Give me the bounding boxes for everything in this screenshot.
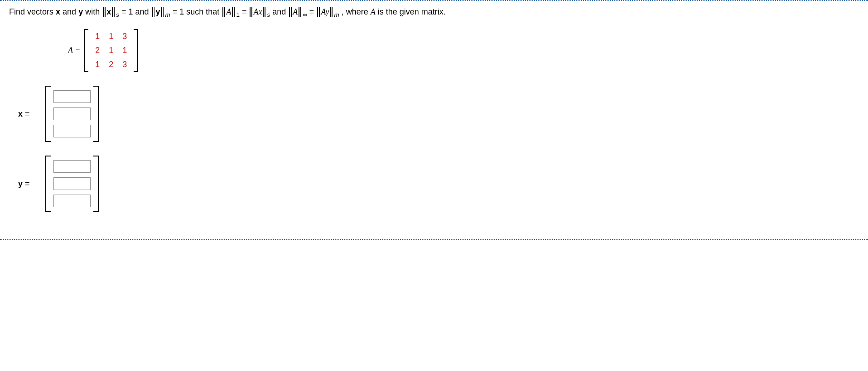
matrix-cells: 1 1 3 2 1 1 1 2 3 [88, 29, 134, 72]
subscript-1: 1 [236, 11, 240, 18]
norm-open [288, 8, 293, 16]
var-A: A [371, 7, 376, 16]
text-segment: with [85, 7, 102, 16]
bracket-left [45, 156, 51, 212]
norm-close [262, 8, 266, 16]
var-A: A [226, 7, 231, 16]
question-text: Find vectors x and y with xs = 1 and ym … [9, 7, 859, 18]
norm-open [151, 8, 156, 16]
vector-y-bold: y [18, 179, 23, 188]
vector-x-label: x = [18, 109, 45, 119]
matrix-cell: 1 [92, 32, 103, 41]
bracket-left [45, 86, 51, 142]
norm-close [231, 8, 236, 16]
vector-x-input-1[interactable] [53, 90, 91, 103]
bracket-right [93, 86, 99, 142]
bracket-right [93, 156, 99, 212]
matrix-cell: 2 [92, 46, 103, 55]
bracket-right [134, 29, 138, 72]
text-segment: is the given matrix. [378, 7, 446, 16]
var-y: y [156, 7, 160, 16]
vector-y-block: y = [18, 156, 859, 212]
matrix-cell: 1 [119, 46, 130, 55]
vector-x-eq: = [23, 109, 30, 118]
vector-y-input-2[interactable] [53, 177, 91, 190]
text-segment: and [63, 7, 78, 16]
text-segment: = 1 such that [173, 7, 222, 16]
text-segment: and [272, 7, 288, 16]
text-segment: = [242, 7, 249, 16]
subscript-m: m [165, 11, 170, 18]
vector-x-bold: x [18, 109, 23, 118]
vector-x-block: x = [18, 86, 859, 142]
text-segment: Find vectors [9, 7, 56, 16]
norm-close [329, 8, 333, 16]
vector-y-input-1[interactable] [53, 160, 91, 173]
matrix-cell: 1 [92, 60, 103, 69]
matrix-cell: 1 [106, 32, 116, 41]
var-A: A [293, 7, 298, 16]
matrix-cell: 2 [106, 60, 116, 69]
subscript-s: s [116, 11, 119, 18]
vector-x-input-3[interactable] [53, 125, 91, 137]
subscript-s: s [266, 11, 270, 18]
bracket-left [84, 29, 88, 72]
var-x: x [56, 7, 60, 16]
norm-close [298, 8, 302, 16]
vector-x-input-2[interactable] [53, 107, 91, 120]
var-x: x [106, 7, 111, 16]
vector-y-cells [51, 156, 93, 212]
text-segment: = [309, 7, 317, 16]
subscript-m: m [333, 11, 339, 18]
vector-x-cells [51, 86, 93, 142]
matrix-label: A = [68, 46, 80, 55]
vector-y-input-3[interactable] [53, 195, 91, 207]
matrix-A: A = 1 1 3 2 1 1 1 2 3 [68, 29, 859, 72]
matrix-cell: 3 [119, 60, 130, 69]
norm-open [102, 8, 106, 16]
vector-y-label: y = [18, 179, 45, 189]
vector-y-eq: = [23, 179, 30, 188]
var-Ax: Ax [253, 7, 262, 16]
norm-close [160, 8, 165, 16]
norm-open [249, 8, 253, 16]
text-segment: , where [342, 7, 371, 16]
matrix-cell: 1 [106, 46, 116, 55]
subscript-inf: ∞ [302, 11, 307, 18]
question-container: Find vectors x and y with xs = 1 and ym … [0, 0, 868, 240]
norm-open [316, 8, 321, 16]
var-Ay: Ay [321, 7, 329, 16]
norm-close [111, 8, 116, 16]
matrix-cell: 3 [119, 32, 130, 41]
norm-open [222, 8, 226, 16]
text-segment: = 1 and [121, 7, 151, 16]
var-y: y [78, 7, 83, 16]
